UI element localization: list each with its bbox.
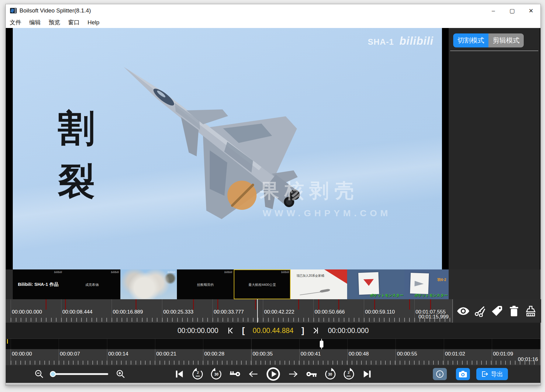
ruler-label: 00:00:59.110 <box>365 309 395 315</box>
ruler-label: 00:00:16.889 <box>113 309 143 315</box>
forward-30s-button[interactable]: 30 <box>324 368 336 380</box>
thumbnail-7[interactable]: ポケットモンスター <box>347 269 404 299</box>
thumbnail-2[interactable]: bilibili 成克希德 <box>64 269 120 299</box>
time-label: 00:00:21 <box>156 351 176 357</box>
site-watermark-icon <box>227 181 257 210</box>
close-button[interactable]: ✕ <box>522 4 540 17</box>
tag-icon <box>491 305 503 317</box>
ruler-label: 00:00:42.222 <box>264 309 294 315</box>
arrow-right-icon <box>288 370 298 378</box>
thumbnail-6[interactable]: 现已加入20系全家桶 <box>291 269 347 299</box>
thumb-caption: 现已加入20系全家桶 <box>291 274 339 278</box>
preview-segment-button[interactable] <box>457 304 470 318</box>
thumbnail-8[interactable]: 羽6-2 ポケットモンスター <box>404 269 449 299</box>
scene-marker <box>217 299 218 310</box>
rewind-2min-icon: 2min <box>192 368 204 380</box>
thumb-caption: 成克希德 <box>64 283 120 287</box>
thumb-logo: bilibili <box>54 271 62 274</box>
thumbnail-3[interactable]: bilibili <box>120 269 177 299</box>
skip-start-icon <box>174 369 185 379</box>
skip-to-end-button[interactable] <box>361 368 373 380</box>
video-preview[interactable]: 割 裂 SHA-1 bilibili 果核剥壳 WWW.GHPYM.COM <box>13 28 442 269</box>
step-forward-button[interactable] <box>287 368 299 380</box>
time-label: 00:00:00 <box>12 351 32 357</box>
time-label: 00:00:48 <box>349 351 369 357</box>
segment-ruler[interactable]: 00:00:00.000 00:00:08.444 00:00:16.889 0… <box>6 299 452 323</box>
thumb-green-logo: ポケットモンスター <box>370 293 403 298</box>
timeline-playhead-handle[interactable] <box>320 341 323 348</box>
play-button[interactable] <box>266 368 281 380</box>
paper-plane <box>415 281 424 286</box>
menu-help[interactable]: Help <box>84 19 103 26</box>
key-right-icon <box>306 370 317 378</box>
site-watermark-text: 果核剥壳 <box>260 178 359 204</box>
rewind-30s-button[interactable]: 30 <box>210 368 222 380</box>
timeline-track[interactable] <box>6 338 540 349</box>
thumbnail-5-selected[interactable]: bilibili 最大航程4400公里 <box>234 269 291 299</box>
tab-edit-mode[interactable]: 剪辑模式 <box>488 33 524 47</box>
window-title: Boilsoft Video Splitter(8.1.4) <box>19 7 91 14</box>
time-label: 00:00:07 <box>60 351 80 357</box>
bilibili-logo: bilibili <box>399 35 433 47</box>
snapshot-button[interactable] <box>456 368 470 380</box>
skip-to-start-button[interactable] <box>173 368 185 380</box>
clear-all-button[interactable] <box>524 304 537 318</box>
menu-edit[interactable]: 编辑 <box>25 19 45 26</box>
clip-start-time: 00:00:00.000 <box>178 327 218 335</box>
scissors-icon <box>474 305 486 317</box>
next-keyframe-button[interactable] <box>305 368 318 380</box>
ruler-label: 00:00:00.000 <box>12 309 42 315</box>
site-watermark-url: WWW.GHPYM.COM <box>263 208 391 218</box>
minor-ticks <box>11 361 538 365</box>
menu-preview[interactable]: 预览 <box>45 19 64 26</box>
maximize-button[interactable]: ▢ <box>503 4 522 17</box>
menu-file[interactable]: 文件 <box>6 19 25 26</box>
tab-cut-mode[interactable]: 切割模式 <box>453 33 488 47</box>
thumb-logo: bilibili <box>111 271 119 274</box>
thumb-logo: bilibili <box>281 271 289 274</box>
jump-to-end-button[interactable] <box>312 327 320 335</box>
previous-keyframe-button[interactable] <box>229 368 241 380</box>
jump-to-start-button[interactable] <box>226 327 234 335</box>
svg-text:30: 30 <box>214 372 219 376</box>
video-vertical-title: 割 裂 <box>58 109 94 199</box>
thumb-corner-text: 羽6-2 <box>437 277 446 283</box>
ruler-label: 00:00:08.444 <box>62 309 92 315</box>
timeline-ruler[interactable]: 00:00:00 00:00:07 00:00:14 00:00:21 00:0… <box>6 349 540 365</box>
export-button[interactable]: 导出 <box>476 368 508 380</box>
video-row: 割 裂 SHA-1 bilibili 果核剥壳 WWW.GHPYM.COM 切割… <box>6 28 540 269</box>
thumb-caption: 最大航程4400公里 <box>234 283 291 287</box>
scene-marker <box>65 299 66 310</box>
rewind-2min-button[interactable]: 2min <box>192 368 204 380</box>
forward-30s-icon: 30 <box>324 368 336 380</box>
svg-text:2: 2 <box>197 371 198 374</box>
out-bracket[interactable]: ] <box>302 326 304 335</box>
menu-window[interactable]: 窗口 <box>64 19 84 26</box>
mode-tabs: 切割模式 剪辑模式 <box>453 33 524 47</box>
window-bottom-edge <box>6 383 540 385</box>
play-icon <box>266 367 281 381</box>
mode-panel: 切割模式 剪辑模式 <box>449 28 540 269</box>
in-bracket[interactable]: [ <box>242 326 245 335</box>
split-button[interactable] <box>473 304 487 318</box>
skip-to-out-icon <box>312 327 320 335</box>
forward-2min-button[interactable]: 2min <box>343 368 355 380</box>
thumb-card <box>358 272 379 295</box>
time-label: 00:01:02 <box>445 351 465 357</box>
mark-button[interactable] <box>490 304 504 318</box>
playback-toolbar: 2min 30 30 2min <box>6 365 540 383</box>
step-back-button[interactable] <box>247 368 260 380</box>
thumbnail-4[interactable]: bilibili 丝般顺滑的 <box>177 269 234 299</box>
ruler-label: 00:00:33.777 <box>214 309 244 315</box>
panel-divider <box>450 50 538 51</box>
app-window: Boilsoft Video Splitter(8.1.4) – ▢ ✕ 文件 … <box>5 4 541 386</box>
current-position-time: 00.00.44.884 <box>253 327 293 335</box>
delete-segment-button[interactable] <box>507 304 521 318</box>
minimize-button[interactable]: – <box>484 4 503 17</box>
scene-marker <box>374 299 375 310</box>
thumbnail-1[interactable]: bilibili Bilibili: SHA-1 作品 <box>13 269 64 299</box>
segment-playhead[interactable] <box>257 299 258 323</box>
info-button[interactable] <box>433 368 447 380</box>
thumb-green-logo: ポケットモンスター <box>414 293 448 298</box>
desktop: Boilsoft Video Splitter(8.1.4) – ▢ ✕ 文件 … <box>0 0 545 392</box>
